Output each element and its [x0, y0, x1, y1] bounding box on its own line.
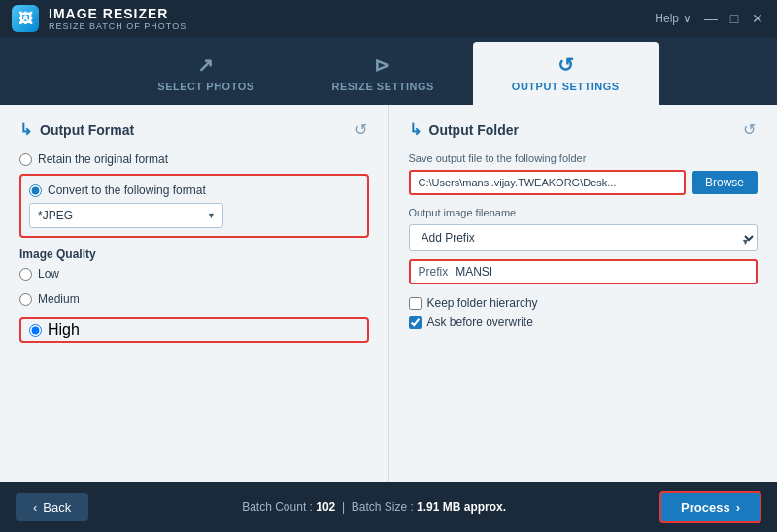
batch-size-label: Batch Size :	[352, 500, 414, 514]
folder-path-input[interactable]	[409, 170, 686, 195]
output-folder-title: Output Folder	[429, 122, 520, 138]
image-quality-label: Image Quality	[19, 248, 369, 261]
output-format-title: Output Format	[40, 122, 134, 138]
back-button[interactable]: ‹ Back	[16, 493, 88, 521]
minimize-button[interactable]: —	[703, 11, 719, 26]
ask-before-overwrite-row[interactable]: Ask before overwrite	[409, 316, 759, 329]
output-filename-label: Output image filename	[409, 207, 759, 218]
back-label: Back	[43, 500, 71, 515]
output-format-reset-button[interactable]: ↺	[353, 120, 369, 139]
keep-folder-label: Keep folder hierarchy	[427, 296, 538, 310]
output-folder-header: ↳ Output Folder ↺	[409, 120, 759, 139]
process-button[interactable]: Process ›	[659, 491, 761, 523]
output-settings-icon: ↺	[557, 53, 575, 77]
bottom-bar: ‹ Back Batch Count : 102 | Batch Size : …	[0, 482, 777, 532]
quality-high-highlight: High	[19, 317, 369, 343]
title-bar-right: Help ∨ — □ ✕	[655, 11, 765, 26]
output-format-icon: ↳	[19, 120, 32, 139]
prefix-dropdown-container: Add Prefix Add Suffix Keep Original	[409, 224, 759, 259]
tab-select-photos-label: SELECT PHOTOS	[157, 81, 253, 92]
output-format-panel: ↳ Output Format ↺ Retain the original fo…	[0, 105, 389, 482]
tab-resize-settings[interactable]: ⊳ RESIZE SETTINGS	[293, 42, 473, 105]
browse-button[interactable]: Browse	[692, 171, 758, 194]
format-select[interactable]: *JPEG *PNG *BMP *TIFF *GIF	[29, 203, 223, 228]
keep-folder-hierarchy-row[interactable]: Keep folder hierarchy	[409, 296, 759, 310]
quality-high-radio[interactable]	[29, 324, 42, 337]
convert-to-label: Convert to the following format	[48, 183, 206, 197]
output-folder-icon: ↳	[409, 120, 422, 139]
resize-settings-icon: ⊳	[374, 53, 391, 77]
format-select-container: *JPEG *PNG *BMP *TIFF *GIF	[29, 203, 223, 228]
maximize-button[interactable]: □	[726, 11, 742, 26]
convert-to-radio[interactable]	[29, 184, 42, 197]
tab-output-settings-label: OUTPUT SETTINGS	[512, 81, 620, 92]
main-content: ↳ Output Format ↺ Retain the original fo…	[0, 105, 777, 482]
tab-output-settings[interactable]: ↺ OUTPUT SETTINGS	[473, 42, 659, 105]
app-subtitle: RESIZE BATCH OF PHOTOS	[49, 21, 186, 31]
retain-original-option[interactable]: Retain the original format	[19, 152, 369, 166]
window-controls: — □ ✕	[703, 11, 765, 26]
quality-options: Low Medium High	[19, 267, 369, 343]
process-chevron-icon: ›	[736, 500, 740, 515]
prefix-label: Prefix	[419, 265, 449, 279]
output-folder-reset-button[interactable]: ↺	[741, 120, 758, 139]
title-bar: 🖼 IMAGE RESIZER RESIZE BATCH OF PHOTOS H…	[0, 0, 777, 37]
batch-info: Batch Count : 102 | Batch Size : 1.91 MB…	[242, 500, 506, 514]
quality-medium-option[interactable]: Medium	[19, 292, 369, 306]
ask-overwrite-label: Ask before overwrite	[427, 316, 533, 329]
prefix-dropdown[interactable]: Add Prefix Add Suffix Keep Original	[409, 224, 759, 251]
folder-input-row: Browse	[409, 170, 759, 195]
app-icon: 🖼	[12, 5, 39, 32]
title-bar-left: 🖼 IMAGE RESIZER RESIZE BATCH OF PHOTOS	[12, 5, 186, 32]
process-label: Process	[681, 500, 730, 515]
convert-to-option[interactable]: Convert to the following format	[29, 183, 359, 197]
quality-medium-radio[interactable]	[19, 293, 32, 306]
prefix-input[interactable]	[456, 265, 748, 279]
convert-format-highlight: Convert to the following format *JPEG *P…	[19, 174, 369, 238]
tab-resize-settings-label: RESIZE SETTINGS	[332, 81, 434, 92]
batch-count-value: 102	[316, 500, 335, 514]
nav-tabs: ↗ SELECT PHOTOS ⊳ RESIZE SETTINGS ↺ OUTP…	[0, 37, 777, 105]
output-format-header: ↳ Output Format ↺	[19, 120, 369, 139]
help-button[interactable]: Help ∨	[655, 12, 692, 25]
quality-low-radio[interactable]	[19, 268, 32, 281]
batch-count-label: Batch Count :	[242, 500, 313, 514]
tab-select-photos[interactable]: ↗ SELECT PHOTOS	[118, 42, 292, 105]
quality-high-label: High	[48, 321, 80, 339]
keep-folder-checkbox[interactable]	[409, 297, 422, 310]
quality-low-option[interactable]: Low	[19, 267, 369, 281]
retain-original-label: Retain the original format	[38, 152, 168, 166]
ask-overwrite-checkbox[interactable]	[409, 316, 422, 329]
output-folder-panel: ↳ Output Folder ↺ Save output file to th…	[389, 105, 778, 482]
quality-low-label: Low	[38, 267, 59, 281]
select-photos-icon: ↗	[197, 53, 215, 77]
save-folder-label: Save output file to the following folder	[409, 152, 759, 164]
quality-medium-label: Medium	[38, 292, 80, 306]
prefix-row: Prefix	[409, 259, 759, 284]
app-title: IMAGE RESIZER	[49, 6, 186, 21]
retain-original-radio[interactable]	[19, 153, 32, 166]
close-button[interactable]: ✕	[750, 11, 765, 26]
title-info: IMAGE RESIZER RESIZE BATCH OF PHOTOS	[49, 6, 186, 31]
batch-size-value: 1.91 MB approx.	[417, 500, 506, 514]
back-chevron-icon: ‹	[33, 500, 37, 515]
